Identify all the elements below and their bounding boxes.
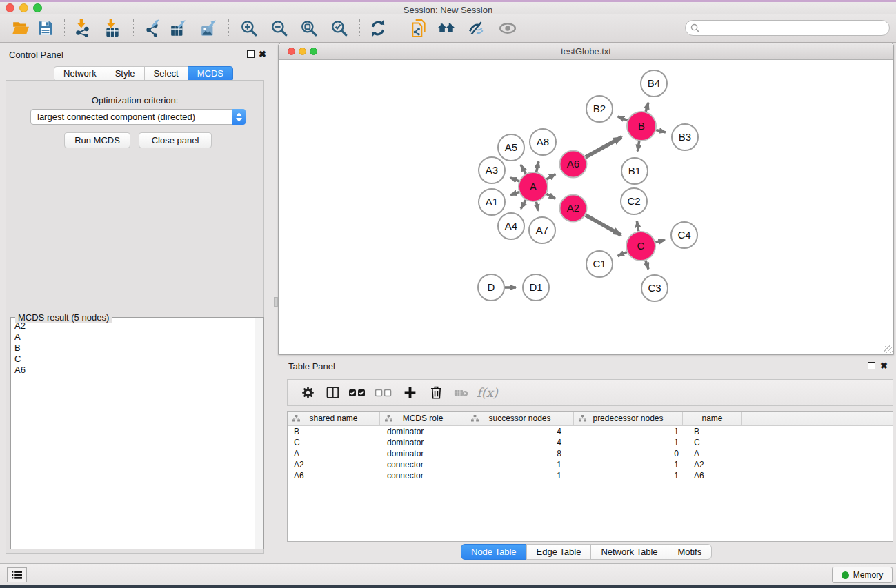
delete-table-button[interactable]: [449, 382, 472, 404]
column-header-predecessor-nodes[interactable]: predecessor nodes: [574, 412, 683, 425]
result-item-B[interactable]: B: [11, 343, 254, 354]
resize-grip-icon[interactable]: [884, 345, 893, 354]
node-B1[interactable]: B1: [621, 158, 648, 184]
node-B3[interactable]: B3: [672, 124, 698, 150]
node-A7[interactable]: A7: [529, 217, 555, 243]
cell-successor-nodes[interactable]: 8: [466, 448, 574, 459]
node-C4[interactable]: C4: [671, 222, 697, 248]
node-A5[interactable]: A5: [498, 134, 524, 161]
cell-name[interactable]: C: [683, 437, 742, 448]
result-item-A[interactable]: A: [11, 332, 254, 343]
cell-shared-name[interactable]: C: [288, 437, 380, 448]
cell-name[interactable]: A: [683, 448, 742, 459]
table-row[interactable]: Adominator80A: [288, 448, 893, 459]
edge-C-C4[interactable]: [655, 240, 665, 243]
edge-A-A6[interactable]: [546, 174, 555, 180]
node-A1[interactable]: A1: [479, 189, 505, 215]
delete-column-button[interactable]: [424, 382, 448, 404]
edge-A-A7[interactable]: [536, 202, 538, 211]
tab-network-table[interactable]: Network Table: [590, 544, 668, 560]
task-history-button[interactable]: [7, 567, 27, 582]
cell-predecessor-nodes[interactable]: 1: [574, 459, 683, 470]
add-column-button[interactable]: [398, 382, 421, 404]
export-network-button[interactable]: [140, 16, 165, 41]
cell-predecessor-nodes[interactable]: 1: [574, 426, 683, 437]
result-scrollbar[interactable]: [255, 318, 263, 549]
cell-MCDS-role[interactable]: dominator: [380, 426, 466, 437]
cell-MCDS-role[interactable]: connector: [380, 459, 466, 470]
cell-successor-nodes[interactable]: 4: [466, 437, 574, 448]
select-all-button[interactable]: [346, 382, 369, 404]
tab-edge-table[interactable]: Edge Table: [526, 544, 592, 560]
tab-node-table[interactable]: Node Table: [461, 544, 527, 560]
tab-mcds[interactable]: MCDS: [188, 66, 233, 81]
save-session-button[interactable]: [33, 16, 58, 41]
result-item-C[interactable]: C: [11, 354, 254, 365]
open-session-button[interactable]: [8, 16, 33, 41]
cell-name[interactable]: A6: [683, 470, 742, 481]
node-A3[interactable]: A3: [479, 157, 505, 183]
import-table-button[interactable]: [100, 16, 125, 41]
node-A[interactable]: A: [519, 172, 548, 201]
table-row[interactable]: Bdominator41B: [288, 426, 893, 437]
node-B[interactable]: B: [627, 112, 656, 141]
node-A4[interactable]: A4: [498, 213, 524, 239]
cell-successor-nodes[interactable]: 1: [466, 470, 574, 481]
tab-network[interactable]: Network: [54, 66, 106, 81]
edge-A6-B[interactable]: [586, 137, 621, 157]
node-A2[interactable]: A2: [560, 195, 587, 222]
result-item-A2[interactable]: A2: [11, 321, 254, 332]
node-C[interactable]: C: [626, 232, 655, 261]
function-builder-button[interactable]: f(x): [472, 385, 498, 400]
export-table-button[interactable]: [166, 16, 191, 41]
cell-predecessor-nodes[interactable]: 1: [574, 470, 683, 481]
edge-A-A4[interactable]: [521, 200, 526, 209]
float-table-panel-icon[interactable]: [868, 362, 875, 369]
close-panel-icon[interactable]: ✖: [259, 50, 266, 58]
network-window-titlebar[interactable]: testGlobe.txt: [279, 43, 893, 60]
copy-network-button[interactable]: [406, 16, 431, 41]
show-panels-button[interactable]: [495, 16, 520, 41]
run-mcds-button[interactable]: Run MCDS: [64, 132, 130, 148]
cell-MCDS-role[interactable]: connector: [380, 470, 466, 481]
memory-button[interactable]: Memory: [832, 567, 893, 583]
edge-A-A3[interactable]: [510, 178, 519, 181]
table-row[interactable]: A6connector11A6: [288, 470, 893, 481]
hide-panels-button[interactable]: [464, 16, 488, 41]
node-B2[interactable]: B2: [586, 96, 613, 122]
zoom-selected-button[interactable]: [327, 16, 352, 41]
edge-B-B2[interactable]: [618, 116, 628, 121]
edge-A-A1[interactable]: [510, 192, 519, 195]
table-row[interactable]: Cdominator41C: [288, 437, 893, 448]
edge-B-B4[interactable]: [646, 103, 648, 112]
node-C1[interactable]: C1: [586, 251, 613, 277]
home-button[interactable]: [434, 16, 459, 41]
table-options-button[interactable]: [296, 382, 319, 404]
import-network-button[interactable]: [70, 16, 95, 41]
edge-A-A5[interactable]: [521, 165, 526, 174]
cell-successor-nodes[interactable]: 4: [466, 426, 574, 437]
node-C3[interactable]: C3: [641, 275, 668, 301]
edge-C-C3[interactable]: [646, 261, 648, 270]
tab-select[interactable]: Select: [144, 66, 188, 81]
cell-shared-name[interactable]: A: [288, 448, 380, 459]
close-panel-button[interactable]: Close panel: [139, 132, 212, 148]
column-visibility-button[interactable]: [321, 382, 344, 404]
tab-motifs[interactable]: Motifs: [668, 544, 713, 560]
edge-A-A8[interactable]: [537, 161, 539, 172]
column-header-shared-name[interactable]: shared name: [288, 412, 380, 425]
node-C2[interactable]: C2: [621, 188, 647, 214]
node-table[interactable]: shared nameMCDS rolesuccessor nodesprede…: [287, 411, 893, 542]
edge-A-A2[interactable]: [546, 194, 555, 199]
edge-B-B1[interactable]: [637, 141, 639, 152]
float-panel-icon[interactable]: [247, 50, 255, 58]
zoom-out-button[interactable]: [267, 16, 292, 41]
cell-predecessor-nodes[interactable]: 0: [574, 448, 683, 459]
cell-MCDS-role[interactable]: dominator: [380, 437, 466, 448]
cell-shared-name[interactable]: B: [288, 426, 380, 437]
export-image-button[interactable]: [197, 16, 221, 41]
zoom-in-button[interactable]: [237, 16, 261, 41]
cell-name[interactable]: A2: [683, 459, 742, 470]
apply-layout-button[interactable]: [366, 16, 390, 41]
edge-B-B3[interactable]: [656, 130, 666, 132]
